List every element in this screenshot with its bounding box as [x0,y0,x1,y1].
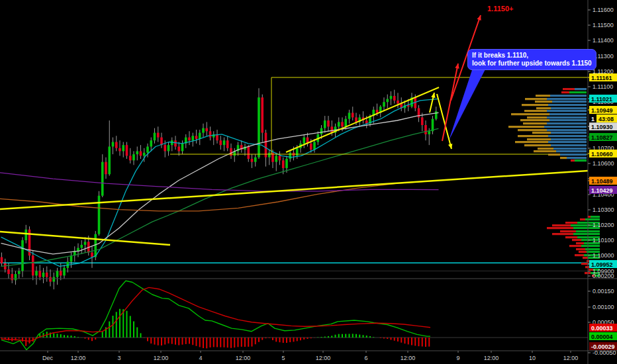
candle-body [275,156,277,161]
time-tick-label: 5 [281,355,285,361]
profile-bar-blue [544,126,587,128]
price-line-label: 1.10660 [588,150,617,158]
profile-bar-blue [548,141,587,143]
profile-bar-olive [515,141,548,143]
candle-body [289,153,291,159]
label-text: 0.00004 [591,334,613,340]
callout-line-2: look for further upside towards 1.1150 [472,60,592,68]
label-text: 0.00033 [591,325,613,332]
profile-bar-red [565,236,577,238]
candle-body [352,113,354,117]
profile-bar-red [552,224,571,226]
label-text: 1.09952 [591,261,613,268]
profile-bar-red [572,239,581,241]
candle-body [279,156,281,160]
price-line-label: 1.11161 [588,73,617,81]
countdown-price-digit: 1 [591,116,594,122]
profile-bar-red [576,248,585,250]
candle-body [18,271,21,274]
candle-body [393,96,396,101]
price-line-label: 1.09952 [588,260,617,268]
candle-body [84,242,87,245]
candle-body [428,131,430,134]
candle-body [223,140,226,145]
profile-bar-olive [524,110,547,112]
profile-bar-red [580,218,585,220]
profile-bar-blue [567,157,587,159]
candle-body [365,120,368,124]
label-text: 1.11161 [591,75,612,81]
profile-bar-red [576,242,584,244]
price-tick-label: 1.11600 [593,7,614,13]
profile-bar-green [575,159,587,161]
price-tick-label: 1.11400 [593,37,614,44]
profile-bar-olive [536,95,550,97]
price-target-text: 1.1150+ [487,5,513,13]
time-tick-label: 10 [529,355,536,361]
profile-bar-red [565,222,577,224]
profile-bar-green [569,91,587,93]
candle-body [164,145,166,151]
profile-bar-red [579,251,587,253]
candle-body [355,117,357,122]
candle-body [219,140,222,145]
profile-bar-blue [549,113,587,115]
candle-body [146,146,149,152]
candle-body [205,128,208,132]
candle-body [63,268,66,276]
candle-body [383,102,385,107]
candle-body [181,144,184,152]
profile-bar-olive [525,98,547,100]
profile-bar-olive [527,138,551,140]
profile-bar-olive [538,148,553,150]
candle-body [327,120,330,126]
label-text: 1.10660 [591,151,613,158]
label-text: 1.10949 [591,107,613,114]
candle-body [397,101,399,104]
time-tick-label: 12:00 [316,355,331,361]
price-tick-label: 1.11500 [593,22,614,28]
label-text: 1.10827 [591,134,613,141]
profile-bar-blue [547,129,587,131]
profile-bar-blue [549,119,587,121]
time-tick-label: 12:00 [484,355,499,361]
candle-body [91,253,93,257]
price-line-label: 1.10827 [588,133,617,141]
time-tick-label: 12:00 [71,355,86,361]
candle-body [140,151,142,156]
candle-body [98,196,101,234]
candle-body [60,271,62,275]
profile-bar-red [569,245,581,247]
candle-body [191,136,194,140]
price-countdown-label: 143:08 [589,114,617,122]
indicator-value-label: 0.00004 [589,332,617,340]
profile-bar-blue [560,154,587,156]
candle-body [94,234,97,257]
price-tick-label: 1.10600 [593,160,614,167]
label-text: 1.11021 [591,96,612,103]
candle-body [303,138,305,144]
candle-body [174,140,177,146]
candle-body [129,156,132,160]
profile-bar-blue [551,144,587,146]
candle-body [70,255,73,261]
profile-bar-green [585,248,600,250]
profile-bar-olive [518,129,547,131]
price-tick-label: 1.10000 [593,252,614,259]
profile-bar-olive [524,144,551,146]
candle-body [119,148,121,152]
candle-body [390,96,393,99]
indicator-value-label: 0.00033 [589,324,617,332]
candle-body [38,271,41,277]
profile-bar-olive [522,104,548,106]
profile-bar-olive [532,132,551,134]
callout-note[interactable]: If it breaks 1.1110, look for further up… [467,49,596,70]
profile-bar-red [560,230,576,232]
candle-body [136,151,138,154]
profile-bar-blue [548,104,587,106]
price-tick-label: 1.10300 [593,206,614,213]
trading-chart-window: 1.116001.115001.114001.113001.112001.111… [0,0,617,364]
candle-body [435,111,438,119]
profile-bar-green [585,218,600,220]
profile-bar-red [552,233,573,235]
